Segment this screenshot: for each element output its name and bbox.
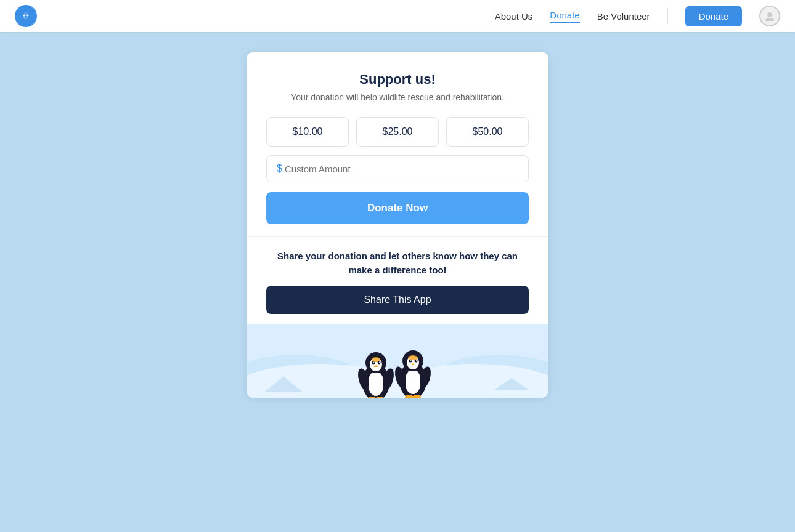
card-subtitle: Your donation will help wildlife rescue … xyxy=(266,92,529,102)
svg-point-31 xyxy=(416,360,417,361)
svg-point-25 xyxy=(405,369,421,394)
section-divider xyxy=(247,236,548,237)
custom-amount-field: $ xyxy=(266,155,529,182)
navbar-right: About Us Donate Be Volunteer Donate xyxy=(495,6,780,26)
amount-50-button[interactable]: $50.00 xyxy=(446,117,529,147)
navbar-donate-button[interactable]: Donate xyxy=(685,6,742,26)
svg-point-11 xyxy=(368,371,384,396)
penguin-illustration xyxy=(247,324,548,398)
navbar-logo-area xyxy=(15,5,37,27)
nav-be-volunteer[interactable]: Be Volunteer xyxy=(597,11,650,22)
donate-now-button[interactable]: Donate Now xyxy=(266,192,529,224)
svg-point-21 xyxy=(372,357,380,362)
amount-25-button[interactable]: $25.00 xyxy=(356,117,439,147)
avatar[interactable] xyxy=(759,6,780,26)
amount-options-row: $10.00 $25.00 $50.00 xyxy=(266,117,529,147)
nav-divider xyxy=(667,9,668,23)
svg-point-3 xyxy=(24,12,28,16)
donation-card: Support us! Your donation will help wild… xyxy=(247,52,548,398)
card-title: Support us! xyxy=(266,71,529,87)
nav-donate[interactable]: Donate xyxy=(550,10,579,23)
logo-icon[interactable] xyxy=(15,5,37,27)
amount-10-button[interactable]: $10.00 xyxy=(266,117,349,147)
share-title: Share your donation and let others know … xyxy=(266,249,529,277)
svg-point-16 xyxy=(373,362,375,363)
main-content: Support us! Your donation will help wild… xyxy=(0,32,795,398)
dollar-sign-icon: $ xyxy=(277,163,282,174)
svg-point-35 xyxy=(408,355,418,360)
navbar: About Us Donate Be Volunteer Donate xyxy=(0,0,795,32)
share-this-app-button[interactable]: Share This App xyxy=(266,286,529,314)
svg-point-17 xyxy=(379,362,380,363)
svg-point-4 xyxy=(767,12,772,17)
nav-about-us[interactable]: About Us xyxy=(495,11,533,22)
custom-amount-input[interactable] xyxy=(285,164,518,174)
